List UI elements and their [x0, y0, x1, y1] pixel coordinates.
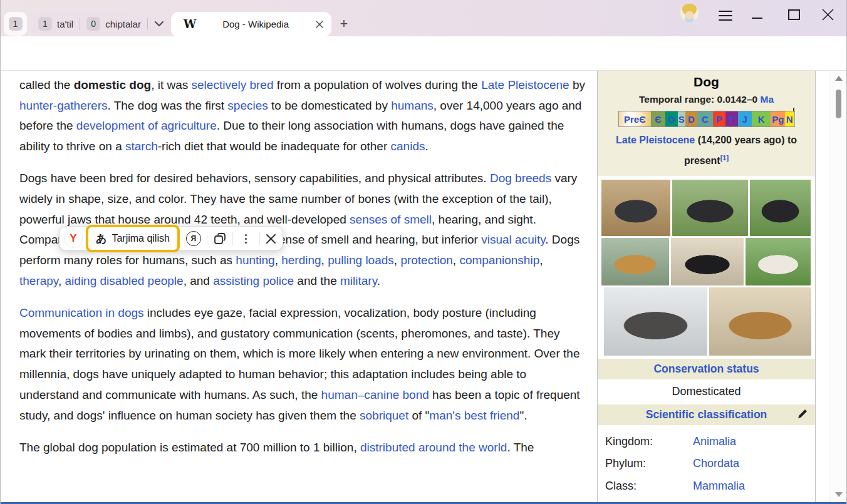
- article-link[interactable]: species: [227, 99, 268, 112]
- article-link[interactable]: development of agriculture: [76, 119, 217, 132]
- article-text: of ": [408, 409, 429, 422]
- infobox-image[interactable]: [750, 180, 811, 236]
- late-pleistocene-link[interactable]: Late Pleistocene: [616, 135, 695, 145]
- maximize-button[interactable]: [788, 9, 800, 20]
- temporal-range-detail: Late Pleistocene (14,200 years ago) to p…: [603, 131, 810, 170]
- taxon-link[interactable]: Animalia: [693, 435, 736, 448]
- temporal-range-text: Temporal range: 0.0142–0: [639, 94, 761, 105]
- page-content: The dog (Canis familiaris or Canis lupus…: [1, 71, 847, 502]
- taxon-link[interactable]: Mammalia: [693, 480, 745, 493]
- search-yandex-icon[interactable]: Я: [186, 231, 201, 246]
- article-link[interactable]: hunting: [236, 254, 274, 267]
- article-link[interactable]: Dog breeds: [490, 172, 551, 185]
- article-link[interactable]: distributed around the world: [360, 441, 507, 454]
- article-text: ,: [58, 274, 65, 287]
- infobox-image-grid: [598, 176, 815, 359]
- yandex-logo-icon[interactable]: Y: [65, 230, 82, 247]
- article-text: -rich diet that would be inadequate for …: [158, 140, 391, 153]
- article-link[interactable]: senses of smell: [350, 213, 432, 226]
- profile-avatar[interactable]: [680, 3, 699, 23]
- edit-icon[interactable]: [797, 409, 808, 419]
- infobox-image[interactable]: [604, 287, 707, 356]
- article-link[interactable]: human–canine bond: [321, 388, 429, 401]
- article-link[interactable]: protection: [400, 254, 452, 267]
- timeline-period-N[interactable]: N: [785, 111, 794, 126]
- article-link[interactable]: sobriquet: [360, 409, 408, 422]
- article-link[interactable]: Late Pleistocene: [481, 78, 569, 91]
- infobox-image[interactable]: [601, 180, 670, 236]
- timeline-period-O[interactable]: O: [665, 111, 678, 126]
- divider: [207, 232, 207, 245]
- infobox-image[interactable]: [601, 238, 669, 285]
- vertical-scrollbar[interactable]: [829, 71, 847, 502]
- article-link[interactable]: military: [340, 274, 377, 287]
- wikipedia-favicon: W: [184, 18, 196, 31]
- article-text: .: [425, 140, 428, 153]
- tab-close-icon[interactable]: [315, 20, 324, 29]
- minimize-button[interactable]: [752, 18, 762, 19]
- article-paragraph: The dog (Canis familiaris or Canis lupus…: [19, 71, 585, 157]
- ma-link[interactable]: Ma: [761, 94, 774, 105]
- timeline-period-C[interactable]: C: [697, 111, 713, 126]
- article-link[interactable]: aiding disabled people: [65, 274, 184, 287]
- article-text: domestic dog: [74, 78, 152, 91]
- article-link[interactable]: Communication in dogs: [19, 306, 144, 319]
- timeline-period-D[interactable]: D: [685, 111, 697, 126]
- article-text: ,: [275, 254, 282, 267]
- taxon-link[interactable]: Chordata: [693, 457, 739, 470]
- tab-group-tickets[interactable]: 0 chiptalar: [86, 17, 141, 31]
- active-tab[interactable]: W Dog - Wikipedia: [171, 12, 331, 36]
- timeline-period-Є[interactable]: Є: [651, 111, 665, 126]
- article-link[interactable]: companionship: [459, 254, 539, 267]
- conservation-status-header[interactable]: Conservation status: [598, 359, 815, 379]
- reference-link[interactable]: [1]: [720, 154, 729, 162]
- article-link[interactable]: therapy: [19, 274, 58, 287]
- article-link[interactable]: selectively bred: [192, 78, 274, 91]
- copy-icon[interactable]: [213, 232, 227, 245]
- menu-icon[interactable]: [719, 11, 732, 21]
- scroll-down-icon[interactable]: [835, 492, 843, 497]
- article-link[interactable]: hunter-gatherers: [19, 99, 107, 112]
- timeline-period-S[interactable]: S: [678, 111, 685, 126]
- timeline-period-K[interactable]: K: [752, 111, 771, 126]
- article-text: by: [569, 78, 585, 91]
- article-link[interactable]: herding: [281, 254, 321, 267]
- taxonomy-row: Order:Carnivora: [605, 497, 813, 502]
- new-tab-button[interactable]: +: [335, 15, 353, 33]
- article-text: , it was: [151, 78, 191, 91]
- article-text: . The dog was the first: [107, 99, 227, 112]
- tab-groups: 1 ta'til 0 chiptalar: [31, 12, 172, 36]
- chevron-down-icon[interactable]: [154, 21, 164, 27]
- close-window-button[interactable]: [821, 8, 834, 21]
- popup-close-icon[interactable]: [266, 234, 276, 244]
- article-link[interactable]: canids: [391, 140, 425, 153]
- timeline-period-P[interactable]: P: [713, 111, 725, 126]
- scrollbar-thumb[interactable]: [836, 90, 841, 118]
- scientific-classification-header[interactable]: Scientific classification: [598, 404, 815, 425]
- article-link[interactable]: man's best friend: [429, 409, 519, 422]
- infobox-image[interactable]: [709, 287, 811, 356]
- popup-menu-icon[interactable]: [239, 231, 254, 246]
- timeline-period-Pg[interactable]: Pg: [771, 111, 785, 126]
- popup-translate-button[interactable]: あ Tarjima qilish: [86, 225, 180, 252]
- article-link[interactable]: pulling loads: [328, 254, 394, 267]
- infobox-image[interactable]: [671, 238, 744, 285]
- article-link[interactable]: visual acuity: [481, 233, 545, 246]
- tab-group-vacation[interactable]: 1 ta'til: [38, 17, 73, 31]
- article-text: ".: [519, 409, 527, 422]
- article-link[interactable]: starch: [125, 140, 158, 153]
- timeline-period-T[interactable]: T: [725, 111, 738, 126]
- divider: [232, 232, 233, 245]
- timeline-period-J[interactable]: J: [738, 111, 752, 126]
- article-text: The global dog population is estimated a…: [19, 441, 360, 454]
- article-link[interactable]: humans: [391, 99, 434, 112]
- infobox-image[interactable]: [672, 180, 748, 236]
- infobox-image[interactable]: [746, 238, 811, 285]
- timeline-period-PreЄ[interactable]: PreЄ: [619, 111, 652, 126]
- tab-title: Dog - Wikipedia: [196, 19, 315, 29]
- scroll-up-icon[interactable]: [835, 76, 843, 81]
- temporal-range: Temporal range: 0.0142–0 Ma: [603, 94, 810, 105]
- article-link[interactable]: assisting police: [213, 274, 294, 287]
- pinned-tab[interactable]: 1: [4, 12, 27, 36]
- address-toolbar: Я en.wikipedia.org Dog - Wikipedia あ Tar…: [1, 36, 847, 71]
